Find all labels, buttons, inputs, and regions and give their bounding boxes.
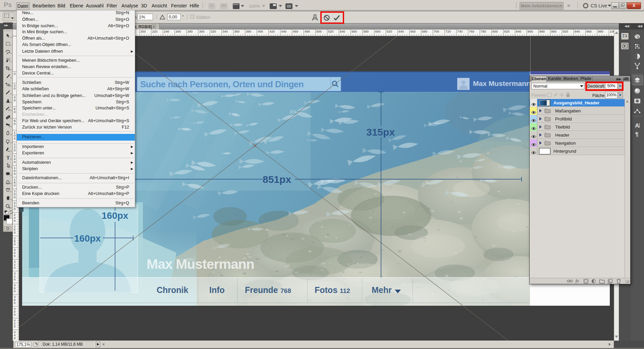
svg-text:0: 0 (14, 148, 15, 152)
svg-text:0: 0 (14, 160, 15, 164)
svg-text:280: 280 (187, 30, 193, 33)
svg-text:0: 0 (14, 195, 15, 199)
svg-text:940: 940 (575, 30, 580, 33)
svg-text:580: 580 (363, 30, 369, 33)
svg-text:640: 640 (398, 30, 404, 33)
svg-text:820: 820 (504, 30, 509, 33)
svg-text:0: 0 (14, 137, 15, 140)
svg-text:880: 880 (539, 30, 545, 33)
svg-text:660: 660 (410, 30, 416, 33)
svg-text:0: 0 (14, 219, 15, 222)
svg-text:340: 340 (222, 30, 228, 33)
svg-text:0: 0 (14, 122, 15, 126)
svg-text:0: 0 (14, 98, 15, 102)
svg-text:0: 0 (14, 207, 15, 211)
svg-text:380: 380 (246, 30, 251, 33)
svg-text:0: 0 (14, 336, 15, 340)
svg-text:840: 840 (516, 30, 521, 33)
svg-text:860: 860 (528, 30, 533, 33)
svg-text:460: 460 (293, 30, 298, 33)
svg-text:A: A (635, 122, 639, 129)
svg-text:540: 540 (340, 30, 345, 33)
svg-text:220: 220 (152, 30, 157, 33)
svg-text:420: 420 (269, 30, 275, 33)
svg-text:260: 260 (175, 30, 181, 33)
svg-text:T: T (6, 155, 10, 160)
svg-text:500: 500 (316, 30, 322, 33)
svg-text:520: 520 (328, 30, 333, 33)
svg-text:980: 980 (598, 30, 603, 33)
svg-text:740: 740 (457, 30, 463, 33)
svg-text:0: 0 (14, 313, 15, 316)
svg-text:0: 0 (14, 301, 15, 305)
svg-text:0: 0 (14, 172, 15, 176)
svg-text:0: 0 (14, 242, 15, 246)
svg-text:0: 0 (14, 72, 15, 76)
svg-text:200: 200 (140, 30, 146, 33)
svg-text:440: 440 (281, 30, 286, 33)
svg-text:560: 560 (352, 30, 357, 33)
svg-text:0: 0 (14, 266, 15, 269)
svg-text:400: 400 (258, 30, 263, 33)
svg-text:1000: 1000 (610, 30, 614, 33)
svg-text:620: 620 (387, 30, 392, 33)
svg-text:720: 720 (445, 30, 451, 33)
svg-text:¶: ¶ (635, 131, 638, 138)
svg-text:360: 360 (234, 30, 239, 33)
svg-text:480: 480 (305, 30, 310, 33)
svg-text:0: 0 (14, 184, 15, 187)
svg-text:0: 0 (14, 278, 15, 281)
svg-text:300: 300 (199, 30, 204, 33)
svg-text:0: 0 (14, 254, 15, 258)
svg-text:920: 920 (563, 30, 568, 33)
svg-text:320: 320 (211, 30, 216, 33)
svg-text:960: 960 (586, 30, 592, 33)
svg-text:600: 600 (375, 30, 380, 33)
svg-text:0: 0 (14, 87, 15, 90)
svg-text:0: 0 (14, 110, 15, 114)
svg-text:900: 900 (551, 30, 556, 33)
svg-text:0: 0 (14, 231, 15, 234)
svg-text:0: 0 (14, 325, 15, 328)
svg-text:760: 760 (469, 30, 474, 33)
svg-text:700: 700 (434, 30, 439, 33)
svg-text:800: 800 (492, 30, 498, 33)
svg-text:780: 780 (481, 30, 486, 33)
svg-text:240: 240 (164, 30, 169, 33)
svg-text:680: 680 (422, 30, 427, 33)
svg-text:0: 0 (14, 289, 15, 293)
